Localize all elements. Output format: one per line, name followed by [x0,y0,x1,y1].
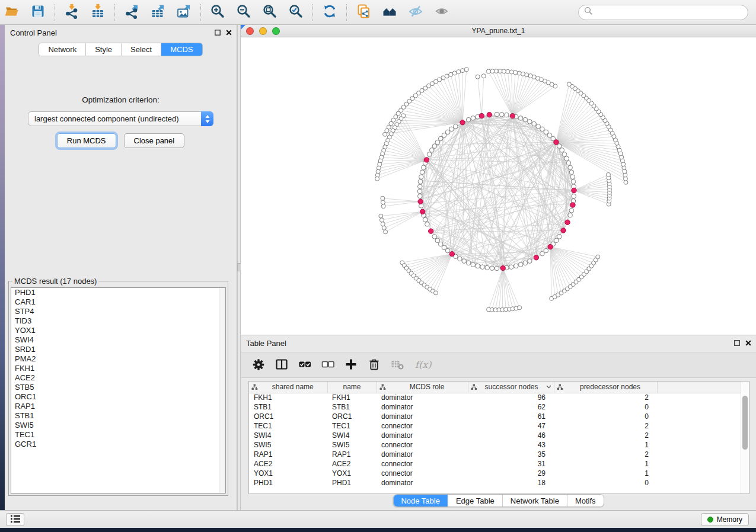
table-cell[interactable]: 2 [554,421,657,431]
graph-dominator-node[interactable] [420,209,425,214]
table-row[interactable]: SWI5SWI5connector431 [249,440,742,450]
graph-dominator-node[interactable] [418,199,423,204]
table-row[interactable]: PHD1PHD1dominator180 [249,478,742,488]
graph-leaf-node[interactable] [383,132,387,136]
table-cell[interactable]: SWI5 [249,440,327,450]
zoom-selected-button[interactable] [285,2,307,23]
column-header-name[interactable]: name [327,382,377,393]
graph-node[interactable] [462,259,467,264]
zoom-out-button[interactable] [233,2,254,23]
search-input[interactable] [596,7,742,17]
graph-node[interactable] [566,161,571,165]
table-cell[interactable]: 1 [554,469,657,478]
table-cell[interactable]: connector [377,440,468,450]
graph-node[interactable] [438,136,443,141]
control-panel-tab-mcds[interactable]: MCDS [161,43,202,56]
table-cell[interactable]: 2 [554,450,657,459]
graph-leaf-node[interactable] [521,72,525,76]
graph-node[interactable] [449,127,454,132]
graph-node[interactable] [417,184,422,189]
table-panel-tab-edge-table[interactable]: Edge Table [448,495,502,507]
table-row[interactable]: SWI4SWI4dominator462 [249,431,742,440]
graph-leaf-node[interactable] [379,214,383,218]
graph-node[interactable] [422,165,426,170]
graph-leaf-node[interactable] [457,70,461,74]
graph-dominator-node[interactable] [534,255,538,260]
maximize-window-button[interactable] [272,27,280,35]
table-row[interactable]: YOX1YOX1connector291 [249,469,742,478]
list-scrollbar[interactable] [219,288,225,493]
table-row[interactable]: STB1STB1dominator620 [249,402,742,412]
function-builder-button[interactable]: f(x) [413,358,433,372]
graph-dominator-node[interactable] [561,228,566,233]
network-canvas[interactable] [241,37,756,335]
table-cell[interactable]: RAP1 [327,450,377,459]
table-panel-tab-node-table[interactable]: Node Table [393,495,448,507]
graph-node[interactable] [499,112,504,117]
table-cell[interactable]: ORC1 [327,412,377,421]
table-cell[interactable]: SWI5 [327,440,377,450]
delete-table-button[interactable] [390,358,404,372]
graph-node[interactable] [532,121,537,126]
graph-node[interactable] [509,265,514,270]
graph-node[interactable] [435,238,440,243]
table-cell[interactable]: 29 [468,469,554,478]
graph-node[interactable] [423,217,428,222]
refresh-layout-button[interactable] [319,2,340,23]
minimize-window-button[interactable] [259,27,267,35]
table-cell[interactable]: 62 [468,402,554,412]
table-cell[interactable]: connector [377,421,468,431]
table-cell[interactable]: 0 [554,412,657,421]
graph-node[interactable] [544,248,548,253]
table-scrollbar[interactable] [741,382,749,493]
show-column-panel-button[interactable] [275,358,289,372]
show-all-button[interactable] [431,2,452,23]
table-cell[interactable]: 47 [468,421,554,431]
table-cell[interactable]: ACE2 [249,459,327,469]
task-history-button[interactable] [6,513,24,526]
sort-caret-icon[interactable] [546,385,551,389]
graph-node[interactable] [569,170,574,175]
clone-network-button[interactable] [353,2,374,23]
graph-node[interactable] [570,175,575,180]
graph-node[interactable] [480,265,485,270]
import-network-button[interactable] [61,2,82,23]
table-cell[interactable]: ORC1 [249,412,327,421]
table-cell[interactable]: connector [377,469,468,478]
graph-node[interactable] [438,242,443,246]
graph-node[interactable] [547,133,552,137]
table-cell[interactable]: 46 [468,431,554,440]
table-row[interactable]: RAP1RAP1dominator352 [249,450,742,459]
graph-leaf-node[interactable] [606,172,610,177]
graph-dominator-node[interactable] [548,244,553,249]
column-header-successor-nodes[interactable]: successor nodes [468,382,554,393]
graph-node[interactable] [554,238,559,243]
export-table-button[interactable] [147,2,168,23]
table-row[interactable]: TEC1TEC1connector472 [249,421,742,431]
table-cell[interactable]: STB1 [327,402,377,412]
graph-leaf-node[interactable] [509,70,513,74]
column-header-shared-name[interactable]: shared name [249,382,327,393]
table-cell[interactable]: dominator [377,478,468,488]
mcds-result-item[interactable]: CAR1 [11,297,225,307]
table-cell[interactable]: FKH1 [327,393,377,402]
graph-node[interactable] [523,261,528,265]
graph-leaf-node[interactable] [494,69,498,73]
table-cell[interactable]: YOX1 [327,469,377,478]
graph-node[interactable] [564,156,569,161]
table-cell[interactable]: RAP1 [249,450,327,459]
graph-node[interactable] [442,133,446,137]
graph-leaf-node[interactable] [490,69,495,73]
mcds-result-item[interactable]: SWI5 [11,421,225,430]
graph-leaf-node[interactable] [518,306,522,310]
graph-leaf-node[interactable] [596,255,600,259]
graph-dominator-node[interactable] [570,203,575,207]
float-panel-icon[interactable] [215,25,221,41]
table-cell[interactable]: 61 [468,412,554,421]
graph-node[interactable] [572,194,576,198]
graph-node[interactable] [427,152,432,157]
control-panel-tab-select[interactable]: Select [121,43,161,56]
mcds-result-item[interactable]: STB5 [11,383,225,392]
criterion-dropdown[interactable]: largest connected component (undirected) [28,111,213,126]
graph-leaf-node[interactable] [517,71,521,75]
